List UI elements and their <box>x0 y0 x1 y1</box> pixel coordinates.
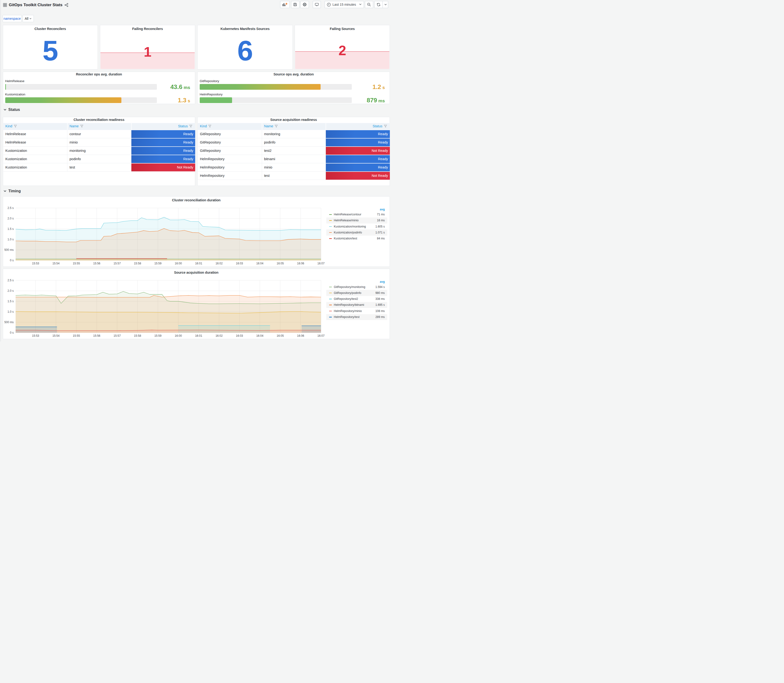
svg-text:500 ms: 500 ms <box>4 248 14 252</box>
svg-text:16:01: 16:01 <box>195 334 202 337</box>
svg-text:2.0 s: 2.0 s <box>7 289 14 292</box>
svg-text:2.5 s: 2.5 s <box>7 206 14 210</box>
svg-text:16:03: 16:03 <box>236 334 243 337</box>
svg-text:2.5 s: 2.5 s <box>7 279 14 282</box>
svg-text:15:54: 15:54 <box>52 334 59 337</box>
svg-text:16:00: 16:00 <box>175 262 182 265</box>
svg-text:15:58: 15:58 <box>134 334 141 337</box>
svg-text:16:04: 16:04 <box>256 334 263 337</box>
svg-text:500 ms: 500 ms <box>4 321 14 324</box>
svg-text:1.0 s: 1.0 s <box>7 238 14 241</box>
svg-text:16:06: 16:06 <box>297 334 304 337</box>
svg-text:16:03: 16:03 <box>236 262 243 265</box>
svg-text:16:05: 16:05 <box>277 262 284 265</box>
svg-text:15:58: 15:58 <box>134 262 141 265</box>
svg-text:15:59: 15:59 <box>154 334 161 337</box>
svg-text:15:56: 15:56 <box>93 334 100 337</box>
svg-text:15:53: 15:53 <box>32 334 39 337</box>
svg-text:15:57: 15:57 <box>114 262 121 265</box>
svg-text:15:59: 15:59 <box>154 262 161 265</box>
svg-text:0 s: 0 s <box>10 259 14 262</box>
svg-text:1.0 s: 1.0 s <box>7 310 14 313</box>
svg-text:0 s: 0 s <box>10 331 14 334</box>
svg-text:1.5 s: 1.5 s <box>7 227 14 231</box>
svg-text:16:02: 16:02 <box>215 334 223 337</box>
svg-text:15:55: 15:55 <box>72 334 80 337</box>
svg-text:15:53: 15:53 <box>32 262 39 265</box>
svg-text:1.5 s: 1.5 s <box>7 300 14 303</box>
svg-text:15:55: 15:55 <box>72 262 80 265</box>
svg-text:15:54: 15:54 <box>52 262 59 265</box>
svg-text:16:04: 16:04 <box>256 262 263 265</box>
svg-text:16:07: 16:07 <box>317 334 324 337</box>
svg-text:16:06: 16:06 <box>297 262 304 265</box>
svg-text:16:00: 16:00 <box>175 334 182 337</box>
svg-text:16:01: 16:01 <box>195 262 202 265</box>
svg-text:15:56: 15:56 <box>93 262 100 265</box>
svg-text:15:57: 15:57 <box>114 334 121 337</box>
svg-text:16:02: 16:02 <box>215 262 223 265</box>
svg-text:2.0 s: 2.0 s <box>7 217 14 220</box>
svg-text:16:05: 16:05 <box>277 334 284 337</box>
svg-text:16:07: 16:07 <box>317 262 324 265</box>
